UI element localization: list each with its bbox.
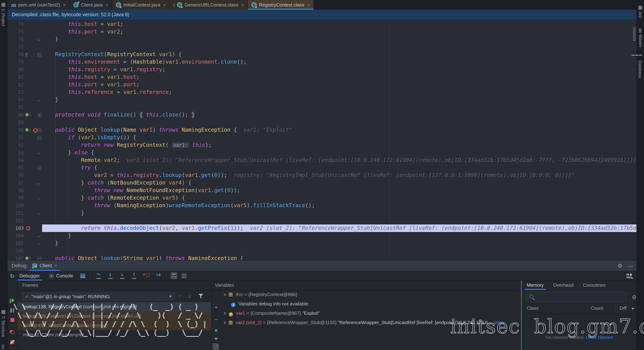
code-editor[interactable]: 74 this.host = var1;75 this.port = var2;… <box>7 20 637 260</box>
tab-overhead[interactable]: Overhead <box>553 281 574 290</box>
toolwindow-maven[interactable]: m Maven <box>638 28 643 47</box>
tab-console[interactable]: > Console <box>47 271 75 281</box>
tab-initialcontext-java[interactable]: C InitialContext.java × <box>112 0 170 10</box>
code-line[interactable]: 74 this.host = var1; <box>7 21 637 28</box>
settings-gear-icon[interactable]: ⚙ <box>618 262 622 269</box>
fold-marker[interactable] <box>38 53 41 57</box>
close-icon[interactable]: × <box>54 263 57 268</box>
code-line[interactable]: 85 <box>7 104 637 111</box>
code-line[interactable]: 90I↑ public Object lookup(Name var1) thr… <box>7 126 637 134</box>
step-over-icon[interactable]: ↷ <box>95 272 102 279</box>
close-icon[interactable]: × <box>163 2 166 8</box>
code-line[interactable]: 91 if (var1.isEmpty()) { <box>7 134 637 141</box>
toolwindow-favorites-partial[interactable]: es <box>1 344 6 349</box>
fold-marker[interactable] <box>37 38 40 41</box>
code-line[interactable]: 78@ RegistryContext(RegistryContext var1… <box>7 51 637 58</box>
step-out-icon[interactable]: ↑ <box>130 272 138 279</box>
fold-marker[interactable] <box>37 98 40 102</box>
code-line[interactable]: 106 <box>7 247 637 255</box>
tab-client-java[interactable]: C Client.java × <box>70 0 112 10</box>
column-count[interactable]: Count <box>591 305 603 311</box>
tab-pom-xml[interactable]: m pom.xml (vulnTest2) × <box>7 0 70 10</box>
code-line[interactable]: 84 } <box>7 96 637 104</box>
step-into-icon[interactable]: ↓ <box>107 272 114 279</box>
evaluate-expression-icon[interactable] <box>171 273 177 279</box>
code-line[interactable]: 83 this.reference = var1.reference; <box>7 89 637 96</box>
next-frame-icon[interactable]: ↓ <box>188 293 191 299</box>
code-line[interactable]: 80 this.registry = var1.registry; <box>7 66 637 73</box>
code-line[interactable]: 97 } catch (NotBoundException var4) { <box>7 179 637 187</box>
code-line[interactable]: 95 try { <box>7 164 637 172</box>
tab-coroutines[interactable]: Coroutines <box>583 281 606 290</box>
fold-marker[interactable] <box>38 257 41 260</box>
close-icon[interactable]: × <box>241 2 244 8</box>
run-to-cursor-icon[interactable]: ↘I <box>154 272 162 279</box>
toolwindow-database[interactable]: Database <box>638 55 642 78</box>
code-line[interactable]: 82 this.port = var1.port; <box>7 81 637 89</box>
code-line[interactable]: 79 this.environment = (Hashtable)var1.en… <box>7 58 637 66</box>
expand-chevron-icon[interactable]: > <box>224 290 226 299</box>
move-down-icon[interactable] <box>212 335 221 341</box>
column-diff[interactable]: Diff <box>620 305 626 311</box>
code-line[interactable]: 107I↑ public Object lookup(String var1) … <box>7 255 637 260</box>
code-line[interactable]: 102 <box>7 217 637 224</box>
code-line[interactable]: 98 throw new NameNotFoundException(var1.… <box>7 187 637 194</box>
thread-dropdown[interactable]: ✓ "main"@1 in group "main": RUNNING <box>21 291 176 301</box>
toolwindow-ant[interactable]: Ant <box>638 6 642 18</box>
column-divider[interactable] <box>615 305 616 312</box>
code-line[interactable]: 86I↑ protected void finalize() { this.cl… <box>7 111 637 119</box>
code-line[interactable]: 92 return new RegistryContext( var1: thi… <box>7 141 637 149</box>
code-line[interactable]: 75 this.port = var2; <box>7 28 637 36</box>
fold-marker[interactable] <box>38 113 41 117</box>
threads-view-icon[interactable] <box>80 273 85 278</box>
tab-debugger[interactable]: Debugger <box>17 271 42 281</box>
remove-watch-icon[interactable]: − <box>212 316 221 323</box>
add-watch-icon[interactable]: + <box>212 304 221 311</box>
tab-registrycontext-class[interactable]: C RegistryContext.class × <box>248 0 314 10</box>
fold-marker[interactable] <box>37 211 40 215</box>
prev-frame-icon[interactable]: ↑ <box>178 293 181 299</box>
fold-marker[interactable] <box>37 181 40 185</box>
code-line[interactable]: 81 this.host = var1.host; <box>7 73 637 81</box>
fold-marker[interactable] <box>37 151 40 155</box>
variable-row[interactable]: >this = {RegistryContext@866} <box>221 290 522 299</box>
code-line[interactable]: 93 } else { <box>7 149 637 156</box>
mute-breakpoints-icon[interactable] <box>7 339 17 346</box>
fold-marker[interactable] <box>38 166 41 170</box>
code-line[interactable]: 77 <box>7 43 637 51</box>
debug-session-tab[interactable]: Client × <box>30 260 60 271</box>
force-step-into-icon[interactable]: ↓ <box>119 272 126 279</box>
tab-genericurlcontext-class[interactable]: ( C GenericURLContext.class × <box>170 0 248 10</box>
code-line[interactable]: 100 throw (NamingException)wrapRemoteExc… <box>7 202 637 209</box>
expand-chevron-icon[interactable]: > <box>224 309 226 318</box>
code-line[interactable]: 104 } <box>7 232 637 240</box>
code-line[interactable]: 101 } <box>7 209 637 217</box>
fold-marker[interactable] <box>38 136 41 140</box>
fold-marker[interactable] <box>37 241 40 245</box>
column-divider[interactable] <box>587 305 588 312</box>
expand-chevron-icon[interactable]: > <box>224 318 226 327</box>
drop-frame-icon[interactable]: ✕□ <box>142 272 150 279</box>
rerun-icon[interactable]: ↻ <box>7 273 17 279</box>
code-line[interactable]: 105 } <box>7 240 637 247</box>
toolwindow-structure[interactable]: 7: Structure <box>1 310 6 337</box>
memory-search-input[interactable] <box>526 292 627 302</box>
tab-memory[interactable]: Memory <box>527 281 544 290</box>
fold-marker[interactable] <box>38 128 41 132</box>
code-line[interactable]: 76 } <box>7 36 637 43</box>
toolwindow-project[interactable]: 1: Project <box>1 3 6 26</box>
fold-marker[interactable] <box>37 234 40 238</box>
duplicate-watch-icon[interactable] <box>212 344 221 350</box>
fold-marker[interactable] <box>37 196 40 200</box>
memory-settings-gear-icon[interactable]: ⚙ <box>632 294 637 300</box>
close-icon[interactable]: × <box>106 2 108 8</box>
code-line[interactable]: 89 <box>7 119 637 126</box>
filter-funnel-icon[interactable] <box>198 294 203 298</box>
layout-settings-icon[interactable] <box>626 273 632 278</box>
hide-panel-icon[interactable]: — <box>628 263 633 268</box>
code-line[interactable]: 99 } catch (RemoteException var5) { <box>7 194 637 202</box>
move-up-icon[interactable] <box>212 327 221 332</box>
close-icon[interactable]: × <box>307 2 310 8</box>
code-line[interactable]: 94 Remote var2; var2 (slot_2): "Referenc… <box>7 156 637 164</box>
breakpoint-icon[interactable] <box>26 226 30 230</box>
